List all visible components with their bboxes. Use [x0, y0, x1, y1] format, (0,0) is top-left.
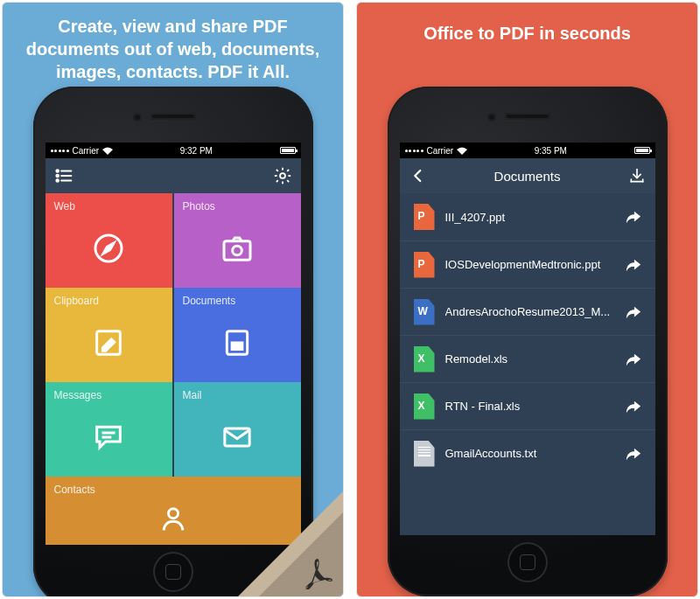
wifi-icon [457, 147, 467, 155]
camera-icon [183, 218, 292, 279]
share-icon[interactable] [624, 209, 643, 225]
svg-point-16 [168, 509, 178, 519]
clock-label: 9:32 PM [180, 146, 213, 156]
svg-point-0 [56, 170, 58, 171]
tile-label: Messages [54, 389, 164, 401]
nav-title: Documents [494, 169, 561, 184]
screenshot-panel-right: Office to PDF in seconds Carrier 9:35 PM… [356, 2, 698, 597]
file-row[interactable]: WAndresArochoResume2013_M... [400, 288, 655, 335]
file-name: IOSDevelopmentMedtronic.ppt [445, 258, 613, 271]
tile-label: Mail [183, 389, 292, 401]
file-name: III_4207.ppt [445, 211, 613, 224]
tile-documents[interactable]: Documents [172, 288, 301, 382]
tile-label: Documents [183, 295, 292, 307]
share-icon[interactable] [624, 257, 643, 273]
signal-icon [405, 150, 424, 152]
tile-mail[interactable]: Mail [172, 382, 301, 477]
file-row[interactable]: PIOSDevelopmentMedtronic.ppt [400, 240, 655, 288]
note-edit-icon [54, 312, 164, 373]
phone-screen-left: Carrier 9:32 PM [46, 143, 301, 545]
phone-screen-right: Carrier 9:35 PM Documents PIII_4207.pptP… [400, 143, 655, 535]
status-bar: Carrier 9:35 PM [400, 143, 655, 158]
clock-label: 9:35 PM [535, 146, 567, 156]
file-name: AndresArochoResume2013_M... [445, 305, 613, 318]
share-icon[interactable] [624, 352, 643, 367]
tile-web[interactable]: Web [46, 193, 172, 288]
file-name: Remodel.xls [445, 352, 613, 366]
share-icon[interactable] [624, 399, 643, 414]
tile-label: Photos [183, 200, 292, 212]
adobe-pdf-icon [299, 554, 334, 589]
file-row[interactable]: PIII_4207.ppt [400, 193, 655, 240]
svg-point-2 [56, 175, 58, 177]
screenshot-panel-left: Create, view and share PDF documents out… [2, 2, 344, 597]
file-type-icon: X [414, 394, 435, 420]
file-type-icon [414, 441, 435, 467]
file-type-icon: X [414, 346, 435, 373]
download-icon[interactable] [627, 166, 647, 185]
document-icon [183, 312, 292, 373]
phone-frame-right: Carrier 9:35 PM Documents PIII_4207.pptP… [388, 87, 668, 596]
share-icon[interactable] [624, 446, 643, 462]
carrier-label: Carrier [73, 146, 100, 156]
wifi-icon [102, 147, 113, 155]
file-type-icon: P [414, 252, 435, 278]
svg-point-4 [56, 179, 58, 181]
svg-rect-8 [224, 241, 250, 261]
headline-right: Office to PDF in seconds [408, 3, 647, 87]
home-button[interactable] [508, 542, 548, 582]
nav-bar [46, 158, 301, 193]
headline-left: Create, view and share PDF documents out… [3, 3, 343, 87]
mail-icon [183, 407, 292, 468]
tile-photos[interactable]: Photos [172, 193, 301, 288]
file-row[interactable]: GmailAccounts.txt [400, 429, 655, 477]
status-bar: Carrier 9:32 PM [46, 143, 301, 158]
tile-label: Web [54, 200, 164, 212]
nav-bar: Documents [400, 158, 655, 193]
list-icon[interactable] [54, 166, 74, 185]
svg-point-9 [233, 246, 242, 255]
file-type-icon: W [414, 299, 435, 325]
home-button[interactable] [153, 552, 193, 592]
file-type-icon: P [414, 204, 435, 230]
file-row[interactable]: XRemodel.xls [400, 335, 655, 382]
carrier-label: Carrier [427, 146, 454, 156]
gear-icon[interactable] [273, 166, 292, 185]
back-icon[interactable] [409, 166, 428, 185]
battery-icon [634, 147, 650, 154]
file-row[interactable]: XRTN - Final.xls [400, 382, 655, 429]
svg-rect-12 [232, 343, 242, 350]
compass-icon [54, 218, 164, 279]
file-list[interactable]: PIII_4207.pptPIOSDevelopmentMedtronic.pp… [400, 193, 655, 535]
battery-icon [280, 147, 296, 154]
file-name: GmailAccounts.txt [445, 447, 613, 460]
file-name: RTN - Final.xls [445, 400, 613, 413]
chat-icon [54, 407, 164, 468]
page-curl [238, 491, 343, 596]
signal-icon [51, 150, 69, 152]
tile-label: Clipboard [54, 295, 164, 307]
tile-clipboard[interactable]: Clipboard [46, 288, 172, 382]
share-icon[interactable] [624, 304, 643, 320]
svg-point-6 [280, 173, 285, 178]
tile-messages[interactable]: Messages [46, 382, 172, 477]
